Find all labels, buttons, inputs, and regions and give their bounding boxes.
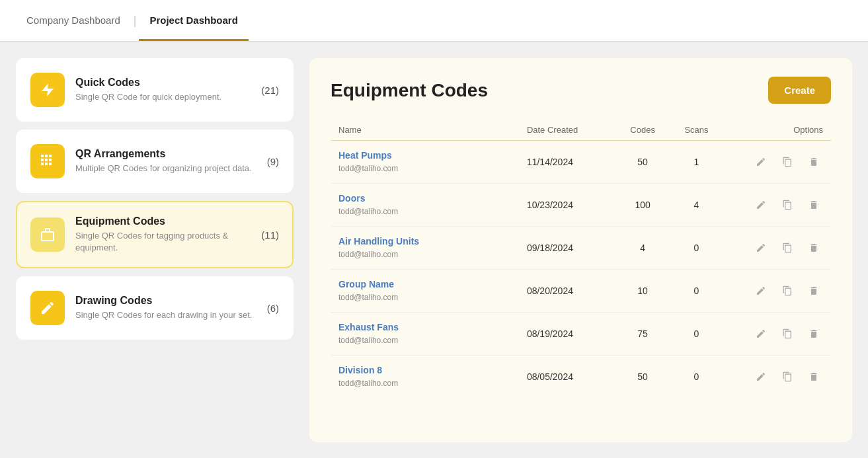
sidebar-icon-qr-arrangements <box>30 144 65 178</box>
table-row: Exhaust Fanstodd@taliho.com08/19/2024750 <box>331 313 831 356</box>
sidebar-count-quick-codes: (21) <box>261 85 279 96</box>
item-name-link[interactable]: Air Handling Units <box>338 236 511 247</box>
item-email: todd@taliho.com <box>338 164 398 173</box>
table-row: Division 8todd@taliho.com08/05/2024500 <box>331 356 831 399</box>
table-cell-date: 08/20/2024 <box>519 270 616 313</box>
copy-icon[interactable] <box>778 153 797 171</box>
copy-icon[interactable] <box>778 239 797 257</box>
action-icons <box>731 196 823 214</box>
sidebar-card-quick-codes[interactable]: Quick CodesSingle QR Code for quick depl… <box>16 58 294 122</box>
sidebar-icon-drawing-codes <box>30 291 65 325</box>
item-name-link[interactable]: Division 8 <box>338 365 511 375</box>
table-cell-name: Division 8todd@taliho.com <box>331 356 519 399</box>
table-cell-options <box>723 356 831 399</box>
table-cell-date: 08/05/2024 <box>519 356 616 399</box>
edit-icon[interactable] <box>752 196 770 214</box>
sidebar-desc-drawing-codes: Single QR Codes for each drawing in your… <box>75 309 256 321</box>
col-name: Name <box>331 120 519 141</box>
table-cell-scans: 0 <box>670 313 723 356</box>
delete-icon[interactable] <box>805 324 823 343</box>
table-row: Air Handling Unitstodd@taliho.com09/18/2… <box>331 227 831 270</box>
svg-marker-0 <box>42 83 54 96</box>
sidebar: Quick CodesSingle QR Code for quick depl… <box>16 58 294 442</box>
table-body: Heat Pumpstodd@taliho.com11/14/2024501Do… <box>331 141 831 399</box>
sidebar-count-qr-arrangements: (9) <box>267 156 279 167</box>
tab-project-dashboard[interactable]: Project Dashboard <box>139 1 248 41</box>
delete-icon[interactable] <box>805 153 823 171</box>
table-cell-codes: 10 <box>615 270 669 313</box>
item-email: todd@taliho.com <box>338 250 398 259</box>
action-icons <box>731 367 823 386</box>
svg-rect-2 <box>45 155 48 157</box>
table-cell-date: 09/18/2024 <box>519 227 616 270</box>
table-cell-date: 08/19/2024 <box>519 313 616 356</box>
table-cell-codes: 50 <box>615 141 669 184</box>
copy-icon[interactable] <box>778 367 797 386</box>
delete-icon[interactable] <box>805 282 823 300</box>
col-codes: Codes <box>615 120 669 141</box>
sidebar-title-quick-codes: Quick Codes <box>75 77 251 89</box>
table-cell-options <box>723 227 831 270</box>
svg-rect-9 <box>49 163 52 165</box>
table-header: Name Date Created Codes Scans Options <box>331 120 831 141</box>
create-button[interactable]: Create <box>768 77 831 104</box>
table-cell-scans: 0 <box>670 356 723 399</box>
item-email: todd@taliho.com <box>338 293 398 302</box>
copy-icon[interactable] <box>778 196 797 214</box>
content-header: Equipment Codes Create <box>331 77 831 104</box>
page-title: Equipment Codes <box>331 80 488 101</box>
svg-rect-5 <box>45 159 48 161</box>
copy-icon[interactable] <box>778 282 797 300</box>
main-layout: Quick CodesSingle QR Code for quick depl… <box>0 42 868 458</box>
table-cell-options <box>723 270 831 313</box>
item-name-link[interactable]: Doors <box>338 193 511 204</box>
edit-icon[interactable] <box>752 153 770 171</box>
edit-icon[interactable] <box>752 324 770 343</box>
sidebar-count-drawing-codes: (6) <box>267 303 279 314</box>
sidebar-title-equipment-codes: Equipment Codes <box>75 215 251 227</box>
delete-icon[interactable] <box>805 367 823 386</box>
sidebar-icon-quick-codes <box>30 73 65 107</box>
item-email: todd@taliho.com <box>338 207 398 216</box>
table-cell-scans: 0 <box>670 227 723 270</box>
table-cell-scans: 4 <box>670 184 723 227</box>
col-date: Date Created <box>519 120 616 141</box>
table-cell-options <box>723 141 831 184</box>
sidebar-card-equipment-codes[interactable]: Equipment CodesSingle QR Codes for taggi… <box>16 201 294 268</box>
sidebar-title-qr-arrangements: QR Arrangements <box>75 148 256 160</box>
main-content: Equipment Codes Create Name Date Created… <box>309 58 852 442</box>
tab-company-dashboard[interactable]: Company Dashboard <box>16 1 131 41</box>
edit-icon[interactable] <box>752 282 770 300</box>
table-cell-scans: 1 <box>670 141 723 184</box>
table-cell-name: Group Nametodd@taliho.com <box>331 270 519 313</box>
table-cell-name: Air Handling Unitstodd@taliho.com <box>331 227 519 270</box>
delete-icon[interactable] <box>805 196 823 214</box>
svg-rect-8 <box>45 163 48 165</box>
sidebar-card-qr-arrangements[interactable]: QR ArrangementsMultiple QR Codes for org… <box>16 130 294 193</box>
sidebar-card-drawing-codes[interactable]: Drawing CodesSingle QR Codes for each dr… <box>16 276 294 340</box>
table-cell-name: Exhaust Fanstodd@taliho.com <box>331 313 519 356</box>
svg-rect-4 <box>41 159 44 161</box>
copy-icon[interactable] <box>778 324 797 343</box>
table-cell-options <box>723 184 831 227</box>
edit-icon[interactable] <box>752 239 770 257</box>
action-icons <box>731 239 823 257</box>
sidebar-desc-qr-arrangements: Multiple QR Codes for organizing project… <box>75 163 256 174</box>
delete-icon[interactable] <box>805 239 823 257</box>
item-name-link[interactable]: Group Name <box>338 279 511 289</box>
col-options: Options <box>723 120 831 141</box>
col-scans: Scans <box>670 120 723 141</box>
table-cell-codes: 75 <box>615 313 669 356</box>
item-name-link[interactable]: Exhaust Fans <box>338 322 511 332</box>
table-cell-name: Heat Pumpstodd@taliho.com <box>331 141 519 184</box>
equipment-table: Name Date Created Codes Scans Options He… <box>331 120 831 398</box>
sidebar-desc-quick-codes: Single QR Code for quick deployment. <box>75 91 251 103</box>
table-cell-date: 10/23/2024 <box>519 184 616 227</box>
edit-icon[interactable] <box>752 367 770 386</box>
svg-rect-3 <box>49 155 52 157</box>
action-icons <box>731 153 823 171</box>
item-name-link[interactable]: Heat Pumps <box>338 150 511 161</box>
sidebar-count-equipment-codes: (11) <box>261 229 279 241</box>
table-cell-codes: 100 <box>615 184 669 227</box>
top-nav: Company Dashboard | Project Dashboard <box>0 0 868 42</box>
